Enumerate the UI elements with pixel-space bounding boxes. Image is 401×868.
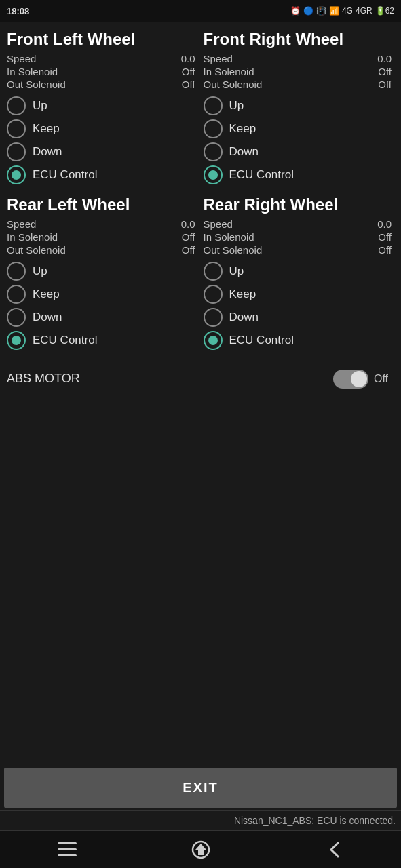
front-left-up-option[interactable]: Up [7, 96, 198, 115]
rear-right-up-label: Up [229, 264, 244, 278]
front-left-keep-radio[interactable] [7, 119, 26, 138]
rear-left-in-solenoid-row: In Solenoid Off [7, 231, 198, 243]
rear-left-out-solenoid-row: Out Solenoid Off [7, 243, 198, 256]
front-left-wheel-section: Front Left Wheel Speed 0.0 In Solenoid O… [4, 27, 201, 193]
rear-left-down-label: Down [33, 311, 62, 324]
front-right-ecu-radio[interactable] [204, 165, 223, 184]
rear-right-wheel-section: Rear Right Wheel Speed 0.0 In Solenoid O… [201, 193, 398, 358]
front-right-wheel-section: Front Right Wheel Speed 0.0 In Solenoid … [201, 27, 398, 193]
rear-right-speed-row: Speed 0.0 [204, 218, 395, 231]
status-time: 18:08 [7, 6, 29, 16]
front-right-ecu-option[interactable]: ECU Control [204, 165, 395, 184]
exit-button[interactable]: EXIT [4, 768, 397, 808]
rear-right-ecu-radio[interactable] [204, 331, 223, 350]
front-right-speed-row: Speed 0.0 [204, 52, 395, 65]
rear-right-speed-label: Speed [204, 218, 233, 230]
front-right-keep-option[interactable]: Keep [204, 119, 395, 138]
front-left-up-radio[interactable] [7, 96, 26, 115]
front-right-keep-label: Keep [229, 122, 256, 136]
rear-right-down-option[interactable]: Down [204, 308, 395, 327]
rear-left-keep-option[interactable]: Keep [7, 285, 198, 304]
abs-motor-label: ABS MOTOR [7, 372, 333, 386]
front-left-ecu-label: ECU Control [33, 168, 97, 182]
front-right-out-solenoid-row: Out Solenoid Off [204, 78, 395, 91]
rear-right-out-solenoid-value: Off [378, 244, 392, 256]
front-right-out-solenoid-value: Off [378, 79, 392, 90]
front-left-speed-value: 0.0 [181, 53, 195, 64]
menu-button[interactable] [47, 836, 88, 863]
front-left-wheel-title: Front Left Wheel [7, 30, 198, 50]
front-left-out-solenoid-row: Out Solenoid Off [7, 78, 198, 91]
rear-left-keep-label: Keep [33, 288, 60, 301]
rear-left-ecu-radio[interactable] [7, 331, 26, 350]
svg-marker-4 [195, 844, 206, 855]
front-left-keep-label: Keep [33, 122, 60, 136]
network-4gr: 4GR [356, 6, 373, 16]
front-left-down-label: Down [33, 145, 62, 159]
front-left-ecu-option[interactable]: ECU Control [7, 165, 198, 184]
front-left-out-solenoid-label: Out Solenoid [7, 79, 66, 90]
rear-left-down-option[interactable]: Down [7, 308, 198, 327]
front-right-in-solenoid-row: In Solenoid Off [204, 65, 395, 78]
rear-right-keep-option[interactable]: Keep [204, 285, 395, 304]
svg-rect-1 [58, 848, 77, 850]
rear-right-up-option[interactable]: Up [204, 262, 395, 281]
front-left-ecu-radio[interactable] [7, 165, 26, 184]
front-right-down-radio[interactable] [204, 142, 223, 161]
rear-right-wheel-title: Rear Right Wheel [204, 195, 395, 215]
front-right-keep-radio[interactable] [204, 119, 223, 138]
svg-rect-0 [58, 842, 77, 844]
svg-rect-2 [58, 854, 77, 856]
rear-left-wheel-title: Rear Left Wheel [7, 195, 198, 215]
front-right-down-option[interactable]: Down [204, 142, 395, 161]
alarm-icon: ⏰ [290, 6, 301, 16]
front-right-radio-group: Up Keep Down ECU Control [204, 96, 395, 184]
rear-left-speed-label: Speed [7, 218, 36, 230]
rear-right-out-solenoid-label: Out Solenoid [204, 244, 263, 256]
rear-right-up-radio[interactable] [204, 262, 223, 281]
front-left-down-radio[interactable] [7, 142, 26, 161]
front-right-speed-label: Speed [204, 53, 233, 64]
rear-right-keep-radio[interactable] [204, 285, 223, 304]
front-left-speed-row: Speed 0.0 [7, 52, 198, 65]
front-right-up-option[interactable]: Up [204, 96, 395, 115]
rear-left-speed-value: 0.0 [181, 218, 195, 230]
rear-right-in-solenoid-row: In Solenoid Off [204, 231, 395, 243]
wheels-grid: Front Left Wheel Speed 0.0 In Solenoid O… [4, 27, 397, 358]
front-left-radio-group: Up Keep Down ECU Control [7, 96, 198, 184]
front-right-down-label: Down [229, 145, 259, 159]
rear-right-down-label: Down [229, 311, 259, 324]
status-bar: 18:08 ⏰ 🔵 📳 📶 4G 4GR 🔋62 [0, 0, 401, 22]
front-left-keep-option[interactable]: Keep [7, 119, 198, 138]
abs-motor-row: ABS MOTOR Off [4, 364, 397, 394]
front-right-up-label: Up [229, 99, 244, 113]
rear-left-ecu-option[interactable]: ECU Control [7, 331, 198, 350]
bluetooth-icon: 🔵 [303, 6, 313, 16]
rear-left-up-option[interactable]: Up [7, 262, 198, 281]
back-button[interactable] [314, 836, 355, 863]
front-right-in-solenoid-value: Off [378, 66, 392, 77]
front-right-up-radio[interactable] [204, 96, 223, 115]
abs-divider [7, 361, 394, 361]
rear-left-down-radio[interactable] [7, 308, 26, 327]
vibrate-icon: 📳 [316, 6, 326, 16]
abs-motor-toggle[interactable] [333, 370, 368, 389]
rear-left-up-radio[interactable] [7, 262, 26, 281]
rear-left-ecu-label: ECU Control [33, 334, 97, 347]
front-right-wheel-title: Front Right Wheel [204, 30, 395, 50]
rear-right-out-solenoid-row: Out Solenoid Off [204, 243, 395, 256]
front-left-down-option[interactable]: Down [7, 142, 198, 161]
rear-left-out-solenoid-value: Off [182, 244, 195, 256]
rear-left-radio-group: Up Keep Down ECU Control [7, 262, 198, 350]
front-left-in-solenoid-row: In Solenoid Off [7, 65, 198, 78]
rear-right-ecu-label: ECU Control [229, 334, 294, 347]
wifi-icon: 📶 [329, 6, 339, 16]
network-4g: 4G [342, 6, 353, 16]
rear-left-in-solenoid-label: In Solenoid [7, 231, 58, 243]
front-left-out-solenoid-value: Off [182, 79, 195, 90]
rear-right-down-radio[interactable] [204, 308, 223, 327]
home-button[interactable] [180, 836, 221, 863]
rear-right-radio-group: Up Keep Down ECU Control [204, 262, 395, 350]
rear-right-ecu-option[interactable]: ECU Control [204, 331, 395, 350]
rear-left-keep-radio[interactable] [7, 285, 26, 304]
